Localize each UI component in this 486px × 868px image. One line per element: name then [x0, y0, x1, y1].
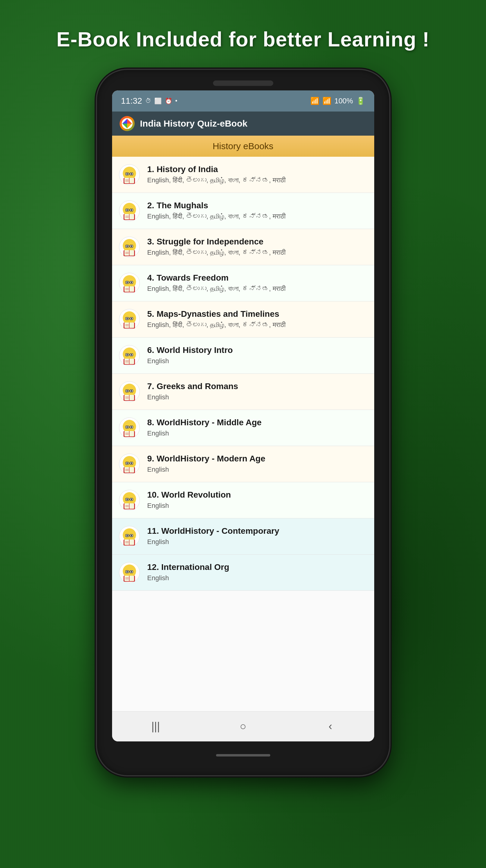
list-item-content: 4. Towards FreedomEnglish, हिंदी, తెలుగు… [147, 273, 368, 293]
phone-screen: 11:32 ⏱ ⬜ ⏰ • 📶 📶 100% 🔋 [112, 90, 374, 741]
svg-point-138 [126, 571, 128, 572]
list-item-content: 12. International OrgEnglish [147, 562, 368, 583]
battery-icon: 🔋 [356, 97, 365, 105]
app-title: India History Quiz-eBook [140, 119, 248, 129]
svg-point-30 [126, 245, 128, 247]
book-icon [118, 344, 141, 367]
book-icon [118, 561, 141, 584]
svg-point-67 [130, 354, 132, 355]
list-item-content: 2. The MughalsEnglish, हिंदी, తెలుగు, தம… [147, 201, 368, 221]
svg-point-31 [130, 245, 132, 247]
list-item[interactable]: 11. WorldHistory - ContemporaryEnglish [112, 518, 374, 555]
list-item-title: 12. International Org [147, 562, 368, 572]
list-item-subtitle: English [147, 465, 368, 474]
list-item[interactable]: 7. Greeks and RomansEnglish [112, 374, 374, 410]
home-indicator [216, 754, 270, 756]
battery-text: 100% [334, 97, 353, 105]
book-icon [118, 272, 141, 294]
list-item-content: 11. WorldHistory - ContemporaryEnglish [147, 526, 368, 547]
list-item-content: 6. World History IntroEnglish [147, 345, 368, 366]
notification-icon: ⬜ [154, 97, 162, 104]
signal-icon: 📶 [322, 97, 331, 105]
back-icon: ‹ [329, 720, 332, 733]
list-item[interactable]: 6. World History IntroEnglish [112, 338, 374, 374]
status-right-icons: 📶 📶 100% 🔋 [310, 97, 365, 105]
bottom-navigation: ||| ○ ‹ [112, 711, 374, 741]
list-item-subtitle: English [147, 538, 368, 547]
svg-point-126 [126, 535, 128, 536]
svg-point-6 [126, 173, 128, 175]
svg-point-139 [130, 571, 132, 572]
list-item-title: 10. World Revolution [147, 490, 368, 500]
menu-button[interactable]: ||| [144, 717, 168, 735]
book-icon [118, 525, 141, 548]
list-item[interactable]: 5. Maps-Dynasties and TimelinesEnglish, … [112, 301, 374, 338]
status-time: 11:32 [121, 96, 142, 106]
list-item-subtitle: English, हिंदी, తెలుగు, தமிழ், বাংলা, ಕನ… [147, 284, 368, 293]
status-bar: 11:32 ⏱ ⬜ ⏰ • 📶 📶 100% 🔋 [112, 90, 374, 112]
svg-point-91 [130, 426, 132, 428]
book-icon [118, 236, 141, 258]
list-item[interactable]: 8. WorldHistory - Middle AgeEnglish [112, 410, 374, 446]
list-item-title: 1. History of India [147, 164, 368, 174]
list-item-subtitle: English, हिंदी, తెలుగు, தமிழ், বাংলা, ಕನ… [147, 176, 368, 185]
list-item-subtitle: English, हिंदी, తెలుగు, தமிழ், বাংলা, ಕನ… [147, 212, 368, 221]
list-item-title: 2. The Mughals [147, 201, 368, 210]
dot-icon: • [175, 97, 177, 104]
list-item-content: 7. Greeks and RomansEnglish [147, 381, 368, 402]
svg-point-18 [126, 209, 128, 211]
list-item-title: 11. WorldHistory - Contemporary [147, 526, 368, 536]
list-item-title: 4. Towards Freedom [147, 273, 368, 283]
list-item[interactable]: 12. International OrgEnglish [112, 555, 374, 591]
svg-point-103 [130, 462, 132, 464]
book-icon [118, 453, 141, 475]
book-icon [118, 489, 141, 512]
alarm-icon: ⏱ [145, 97, 151, 104]
list-item-subtitle: English [147, 574, 368, 583]
svg-point-19 [130, 209, 132, 211]
svg-point-90 [126, 426, 128, 428]
list-item[interactable]: 2. The MughalsEnglish, हिंदी, తెలుగు, தம… [112, 193, 374, 229]
svg-point-115 [130, 498, 132, 500]
svg-point-55 [130, 318, 132, 319]
svg-point-78 [126, 390, 128, 392]
page-header: E-Book Included for better Learning ! [38, 27, 447, 52]
list-item[interactable]: 9. WorldHistory - Modern AgeEnglish [112, 446, 374, 482]
list-item[interactable]: 10. World RevolutionEnglish [112, 482, 374, 518]
section-header: History eBooks [112, 135, 374, 157]
book-icon [118, 380, 141, 403]
svg-point-7 [130, 173, 132, 175]
book-icon [118, 308, 141, 331]
ebook-list[interactable]: 1. History of IndiaEnglish, हिंदी, తెలుగ… [112, 157, 374, 711]
list-item-subtitle: English [147, 357, 368, 366]
list-item[interactable]: 1. History of IndiaEnglish, हिंदी, తెలుగ… [112, 157, 374, 193]
list-item[interactable]: 3. Struggle for IndependenceEnglish, हिं… [112, 229, 374, 265]
list-item-title: 8. WorldHistory - Middle Age [147, 418, 368, 427]
book-icon [118, 416, 141, 439]
book-icon [118, 199, 141, 222]
list-item-subtitle: English, हिंदी, తెలుగు, தமிழ், বাংলা, ಕನ… [147, 248, 368, 257]
list-item-title: 3. Struggle for Independence [147, 237, 368, 247]
svg-point-43 [130, 281, 132, 283]
phone-speaker [213, 81, 273, 86]
list-item-content: 8. WorldHistory - Middle AgeEnglish [147, 418, 368, 438]
clock-icon: ⏰ [165, 97, 172, 104]
svg-point-127 [130, 535, 132, 536]
svg-point-102 [126, 462, 128, 464]
svg-point-66 [126, 354, 128, 355]
list-item[interactable]: 4. Towards FreedomEnglish, हिंदी, తెలుగు… [112, 265, 374, 301]
list-item-content: 9. WorldHistory - Modern AgeEnglish [147, 454, 368, 474]
list-item-title: 5. Maps-Dynasties and Timelines [147, 309, 368, 319]
svg-point-54 [126, 318, 128, 319]
list-item-content: 5. Maps-Dynasties and TimelinesEnglish, … [147, 309, 368, 330]
phone-bottom-area [216, 741, 270, 775]
status-time-area: 11:32 ⏱ ⬜ ⏰ • [121, 96, 177, 106]
home-button[interactable]: ○ [231, 717, 255, 735]
wifi-icon: 📶 [310, 97, 319, 105]
list-item-title: 6. World History Intro [147, 345, 368, 355]
phone-frame: 11:32 ⏱ ⬜ ⏰ • 📶 📶 100% 🔋 [97, 70, 389, 775]
list-item-content: 1. History of IndiaEnglish, हिंदी, తెలుగ… [147, 164, 368, 185]
home-icon: ○ [240, 720, 247, 733]
list-item-subtitle: English, हिंदी, తెలుగు, தமிழ், বাংলা, ಕನ… [147, 321, 368, 330]
back-button[interactable]: ‹ [319, 717, 343, 735]
